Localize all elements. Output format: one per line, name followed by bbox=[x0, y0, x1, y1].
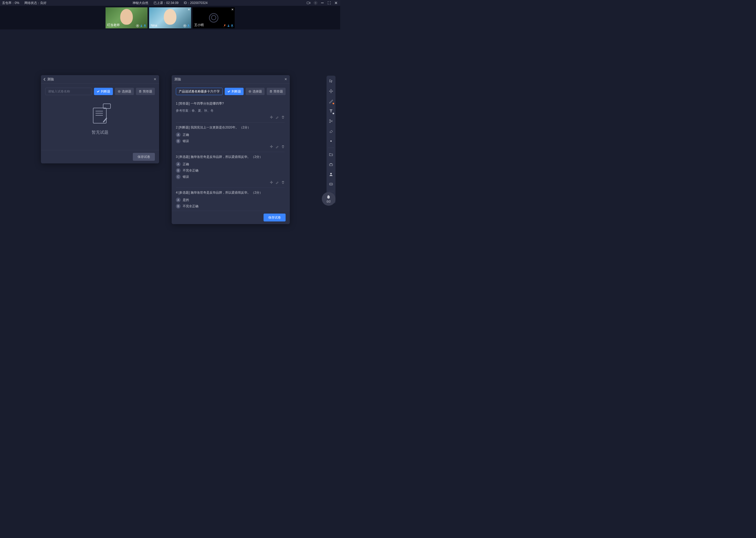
video-icons bbox=[223, 24, 234, 27]
camera-toggle-icon[interactable] bbox=[307, 1, 311, 5]
pointer-tool-icon[interactable] bbox=[328, 78, 334, 84]
move-icon[interactable] bbox=[270, 116, 273, 119]
delete-icon[interactable] bbox=[281, 145, 285, 148]
judge-label: 判断题 bbox=[101, 89, 110, 94]
svg-point-24 bbox=[332, 184, 332, 185]
question-title: 3 [单选题] 施华洛世奇是反华品牌，所以梁鼎琪反华。 （2分） bbox=[176, 155, 285, 159]
session-id: ID：2020070324 bbox=[184, 1, 208, 5]
video-tile-nina[interactable]: ✕ Nina bbox=[149, 7, 191, 28]
minimize-icon[interactable] bbox=[320, 1, 324, 5]
quiz-name-input-empty[interactable] bbox=[45, 88, 92, 95]
question-option[interactable]: A正确 bbox=[176, 133, 285, 137]
svg-point-15 bbox=[250, 91, 251, 92]
avatar-placeholder bbox=[120, 9, 133, 25]
video-tile-student[interactable]: ✕ 王小明 bbox=[193, 7, 235, 28]
move-icon[interactable] bbox=[270, 181, 273, 184]
empty-label: 暂无试题 bbox=[92, 130, 109, 135]
settings-gear-icon[interactable] bbox=[313, 1, 318, 5]
edit-icon[interactable] bbox=[276, 145, 279, 148]
top-left-group: 丢包率：0% 网络状态：良好 bbox=[2, 1, 46, 5]
video-strip: 叮当老师 ✕ Nina ✕ 王小明 bbox=[0, 6, 340, 29]
question-actions bbox=[176, 181, 285, 184]
close-window-icon[interactable] bbox=[334, 1, 338, 5]
volume-bars-icon bbox=[140, 24, 143, 27]
option-text: 正确 bbox=[183, 162, 189, 167]
question-type-short-button[interactable]: 简答题 bbox=[267, 88, 286, 95]
mic-muted-icon bbox=[223, 24, 226, 27]
question-list[interactable]: 1 [简答题] 一年四季分别是哪四季?参考答案：春、夏、秋、冬2 [判断题] 我… bbox=[176, 99, 286, 209]
question-option[interactable]: A是的 bbox=[176, 197, 285, 202]
question-type-judge-button[interactable]: 判断题 bbox=[94, 88, 113, 95]
question-type-choice-button[interactable]: 选择题 bbox=[115, 88, 134, 95]
maximize-icon[interactable] bbox=[327, 1, 331, 5]
video-name-label: Nina bbox=[151, 24, 157, 27]
video-name-label: 王小明 bbox=[194, 23, 204, 27]
question-type-choice-button[interactable]: 选择题 bbox=[246, 88, 264, 95]
user-tool-icon[interactable] bbox=[328, 171, 334, 178]
chat-tool-icon[interactable] bbox=[328, 181, 334, 188]
video-close-icon[interactable]: ✕ bbox=[188, 8, 190, 11]
option-badge: C bbox=[176, 175, 181, 179]
delete-icon[interactable] bbox=[281, 116, 285, 119]
svg-point-20 bbox=[330, 173, 332, 175]
elapsed-value: 02:34:09 bbox=[166, 1, 178, 5]
video-name-label: 叮当老师 bbox=[107, 23, 120, 27]
panel-title: 测验 bbox=[174, 77, 181, 82]
quiz-panel-empty: 测验 ✕ 判断题 选择题 简答题 暂无试题 bbox=[41, 75, 159, 163]
mic-icon bbox=[143, 24, 147, 27]
mic-icon bbox=[187, 24, 190, 27]
panel-close-icon[interactable]: ✕ bbox=[154, 77, 157, 81]
save-quiz-button-disabled[interactable]: 保存试卷 bbox=[133, 153, 155, 161]
eraser-tool-icon[interactable] bbox=[328, 128, 334, 134]
question-type-short-button[interactable]: 简答题 bbox=[136, 88, 155, 95]
quiz-name-input[interactable] bbox=[176, 88, 223, 95]
edit-icon[interactable] bbox=[276, 181, 279, 184]
pen-tool-icon[interactable] bbox=[328, 98, 334, 105]
top-status-bar: 丢包率：0% 网络状态：良好 神秘大自然 已上课：02:34:09 ID：202… bbox=[0, 0, 340, 6]
edit-icon[interactable] bbox=[276, 116, 279, 119]
question-option[interactable]: B错误 bbox=[176, 139, 285, 143]
panel-close-icon[interactable]: ✕ bbox=[284, 77, 287, 81]
move-tool-icon[interactable] bbox=[328, 88, 334, 94]
delete-icon[interactable] bbox=[281, 181, 285, 184]
question-type-judge-button[interactable]: 判断题 bbox=[225, 88, 244, 95]
svg-point-4 bbox=[137, 25, 138, 26]
question-option[interactable]: C错误 bbox=[176, 175, 285, 179]
toolbox-icon[interactable] bbox=[328, 161, 334, 168]
option-badge: B bbox=[176, 168, 181, 173]
option-badge: A bbox=[176, 197, 181, 202]
folder-tool-icon[interactable] bbox=[328, 151, 334, 158]
option-badge: B bbox=[176, 204, 181, 209]
side-toolbar bbox=[327, 76, 336, 203]
question-title: 2 [判断题] 我国宪法上一次更新是在2020年。 （2分） bbox=[176, 125, 285, 130]
svg-point-1 bbox=[315, 2, 316, 3]
question-option[interactable]: B不完全正确 bbox=[176, 168, 285, 173]
question-actions bbox=[176, 145, 285, 148]
video-close-icon[interactable]: ✕ bbox=[231, 8, 234, 11]
panel-back-icon[interactable] bbox=[44, 78, 46, 81]
sound-wave-icon bbox=[183, 24, 186, 27]
empty-state: 暂无试题 bbox=[45, 95, 155, 146]
laser-tool-icon[interactable] bbox=[328, 138, 334, 144]
network-value: 良好 bbox=[40, 1, 46, 5]
svg-rect-19 bbox=[329, 164, 333, 166]
packet-loss: 丢包率：0% bbox=[2, 1, 19, 5]
scissors-tool-icon[interactable] bbox=[328, 118, 334, 125]
judge-icon bbox=[227, 90, 230, 93]
move-icon[interactable] bbox=[270, 145, 273, 148]
toolbar-separator bbox=[328, 191, 334, 191]
top-center-group: 神秘大自然 已上课：02:34:09 ID：2020070324 bbox=[132, 1, 208, 5]
question-option[interactable]: A正确 bbox=[176, 162, 285, 167]
panel-title: 测验 bbox=[47, 77, 54, 82]
svg-point-13 bbox=[119, 91, 120, 92]
video-tile-teacher[interactable]: 叮当老师 bbox=[106, 7, 148, 28]
choice-label: 选择题 bbox=[122, 89, 131, 94]
text-tool-icon[interactable] bbox=[328, 108, 334, 115]
save-quiz-button[interactable]: 保存试卷 bbox=[263, 214, 286, 221]
option-badge: A bbox=[176, 162, 181, 167]
network-state: 网络状态：良好 bbox=[24, 1, 46, 5]
hand-raise-bubble[interactable]: 0/2 bbox=[322, 192, 336, 206]
short-icon bbox=[139, 90, 142, 93]
svg-rect-0 bbox=[307, 2, 309, 4]
question-option[interactable]: B不完全正确 bbox=[176, 204, 285, 209]
